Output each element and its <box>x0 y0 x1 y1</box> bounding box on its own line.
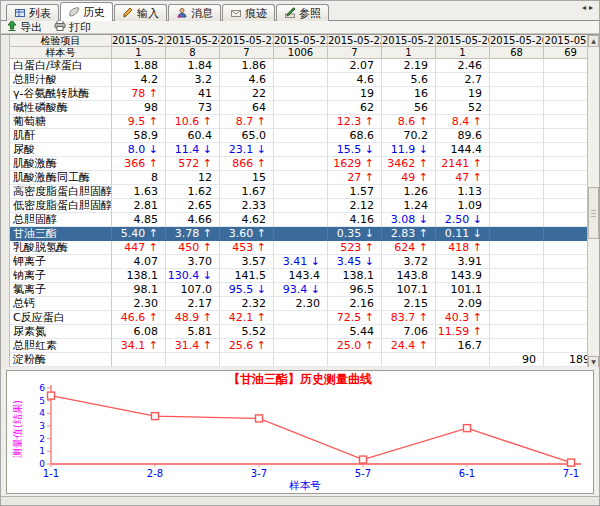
table-row[interactable]: 葡萄糖9.5 ↑10.6 ↑8.7 ↑12.3 ↑8.6 ↑8.4 ↑ <box>1 115 599 129</box>
result-cell[interactable]: 15 <box>220 171 274 185</box>
result-cell[interactable]: 8.4 ↑ <box>436 115 490 129</box>
table-row[interactable]: 总钙2.302.172.322.302.162.152.09 <box>1 297 599 311</box>
scroll-down-icon[interactable]: ▼ <box>588 356 599 367</box>
result-cell[interactable]: 1.63 <box>112 185 166 199</box>
result-cell[interactable]: 418 ↑ <box>436 241 490 255</box>
result-cell[interactable]: 2.16 <box>328 297 382 311</box>
result-cell[interactable]: 47 ↑ <box>436 171 490 185</box>
result-cell[interactable]: 52 <box>436 101 490 115</box>
table-row[interactable]: 总胆汁酸4.23.24.64.65.62.7 <box>1 73 599 87</box>
result-cell[interactable]: 16 <box>382 87 436 101</box>
result-cell[interactable]: 107.1 <box>382 283 436 297</box>
result-cell[interactable] <box>490 199 544 213</box>
result-cell[interactable] <box>274 143 328 157</box>
result-cell[interactable]: 3.57 <box>220 255 274 269</box>
result-cell[interactable]: 5.6 <box>382 73 436 87</box>
result-cell[interactable]: 11.4 ↓ <box>166 143 220 157</box>
tab-history[interactable]: 历史 <box>60 2 113 21</box>
tab-trace[interactable]: 痕迹 <box>222 4 275 21</box>
result-cell[interactable] <box>274 115 328 129</box>
test-name-cell[interactable]: 低密度脂蛋白胆固醇 <box>10 199 112 213</box>
table-row[interactable]: 氯离子98.1107.095.5 ↓93.4 ↓96.5107.1101.1 <box>1 283 599 297</box>
result-cell[interactable]: 3.2 <box>166 73 220 87</box>
table-row[interactable]: 总胆红素34.1 ↑31.4 ↑25.6 ↑25.0 ↑24.4 ↑16.7 <box>1 339 599 353</box>
result-cell[interactable] <box>490 101 544 115</box>
result-cell[interactable]: 3.41 ↓ <box>274 255 328 269</box>
test-name-cell[interactable]: 甘油三酯 <box>10 227 112 241</box>
table-row[interactable]: 高密度脂蛋白胆固醇1.631.621.671.571.261.13 <box>1 185 599 199</box>
result-cell[interactable]: 8.0 ↓ <box>112 143 166 157</box>
result-cell[interactable] <box>490 59 544 73</box>
table-row[interactable]: 白蛋白/球蛋白1.881.841.862.072.192.46 <box>1 59 599 73</box>
result-cell[interactable]: 24.4 ↑ <box>382 339 436 353</box>
result-cell[interactable]: 1.13 <box>436 185 490 199</box>
export-button[interactable]: 导出 <box>7 20 42 35</box>
test-name-cell[interactable]: 钠离子 <box>10 269 112 283</box>
result-cell[interactable]: 95.5 ↓ <box>220 283 274 297</box>
result-cell[interactable]: 3.08 ↓ <box>382 213 436 227</box>
result-cell[interactable]: 2.46 <box>436 59 490 73</box>
table-row[interactable]: 低密度脂蛋白胆固醇2.812.652.332.121.241.09 <box>1 199 599 213</box>
result-cell[interactable]: 48.9 ↑ <box>166 311 220 325</box>
result-cell[interactable]: 366 ↑ <box>112 157 166 171</box>
result-cell[interactable] <box>328 353 382 367</box>
result-cell[interactable]: 65.0 <box>220 129 274 143</box>
result-cell[interactable]: 27 ↑ <box>328 171 382 185</box>
result-cell[interactable]: 2141 ↑ <box>436 157 490 171</box>
result-cell[interactable]: 4.2 <box>112 73 166 87</box>
result-cell[interactable]: 130.4 ↓ <box>166 269 220 283</box>
result-cell[interactable]: 12 <box>166 171 220 185</box>
result-cell[interactable]: 96.5 <box>328 283 382 297</box>
result-cell[interactable]: 1.84 <box>166 59 220 73</box>
result-cell[interactable]: 138.1 <box>328 269 382 283</box>
result-cell[interactable]: 2.65 <box>166 199 220 213</box>
table-row[interactable]: 尿酸8.0 ↓11.4 ↓23.1 ↓15.5 ↓11.9 ↓144.4 <box>1 143 599 157</box>
result-cell[interactable]: 89.6 <box>436 129 490 143</box>
result-cell[interactable]: 68.6 <box>328 129 382 143</box>
result-cell[interactable]: 624 ↑ <box>382 241 436 255</box>
result-cell[interactable]: 60.4 <box>166 129 220 143</box>
result-cell[interactable]: 40.3 ↑ <box>436 311 490 325</box>
result-cell[interactable]: 138.1 <box>112 269 166 283</box>
test-name-cell[interactable]: 白蛋白/球蛋白 <box>10 59 112 73</box>
result-cell[interactable] <box>490 269 544 283</box>
result-cell[interactable]: 78 ↑ <box>112 87 166 101</box>
result-cell[interactable] <box>274 157 328 171</box>
result-cell[interactable]: 8.7 ↑ <box>220 115 274 129</box>
result-cell[interactable]: 4.6 <box>328 73 382 87</box>
result-cell[interactable]: 4.62 <box>220 213 274 227</box>
result-cell[interactable]: 866 ↑ <box>220 157 274 171</box>
result-cell[interactable]: 98 <box>112 101 166 115</box>
table-row[interactable]: 尿素氮6.085.815.525.447.0611.59 ↑ <box>1 325 599 339</box>
result-cell[interactable] <box>490 325 544 339</box>
result-cell[interactable]: 7.06 <box>382 325 436 339</box>
result-cell[interactable]: 11.59 ↑ <box>436 325 490 339</box>
result-cell[interactable]: 2.50 ↓ <box>436 213 490 227</box>
result-cell[interactable]: 2.09 <box>436 297 490 311</box>
result-cell[interactable] <box>274 59 328 73</box>
result-cell[interactable]: 98.1 <box>112 283 166 297</box>
result-cell[interactable]: 143.8 <box>382 269 436 283</box>
result-cell[interactable]: 1.88 <box>112 59 166 73</box>
result-cell[interactable]: 450 ↑ <box>166 241 220 255</box>
result-cell[interactable]: 3.45 ↓ <box>328 255 382 269</box>
result-cell[interactable]: 3.91 <box>436 255 490 269</box>
test-name-cell[interactable]: 淀粉酶 <box>10 353 112 367</box>
table-row[interactable]: 总胆固醇4.854.664.624.163.08 ↓2.50 ↓ <box>1 213 599 227</box>
result-cell[interactable]: 447 ↑ <box>112 241 166 255</box>
result-cell[interactable]: 453 ↑ <box>220 241 274 255</box>
result-cell[interactable]: 2.83 ↑ <box>382 227 436 241</box>
result-cell[interactable]: 3.60 ↑ <box>220 227 274 241</box>
test-name-cell[interactable]: γ-谷氨酰转肽酶 <box>10 87 112 101</box>
result-cell[interactable] <box>274 241 328 255</box>
result-cell[interactable]: 5.44 <box>328 325 382 339</box>
result-cell[interactable]: 56 <box>382 101 436 115</box>
result-cell[interactable]: 34.1 ↑ <box>112 339 166 353</box>
result-cell[interactable] <box>490 115 544 129</box>
test-name-cell[interactable]: 尿素氮 <box>10 325 112 339</box>
table-row[interactable]: 钠离子138.1130.4 ↓141.5143.4138.1143.8143.9 <box>1 269 599 283</box>
result-cell[interactable]: 2.32 <box>220 297 274 311</box>
result-cell[interactable]: 8.6 ↑ <box>382 115 436 129</box>
test-name-cell[interactable]: 肌酸激酶同工酶 <box>10 171 112 185</box>
result-cell[interactable] <box>490 171 544 185</box>
